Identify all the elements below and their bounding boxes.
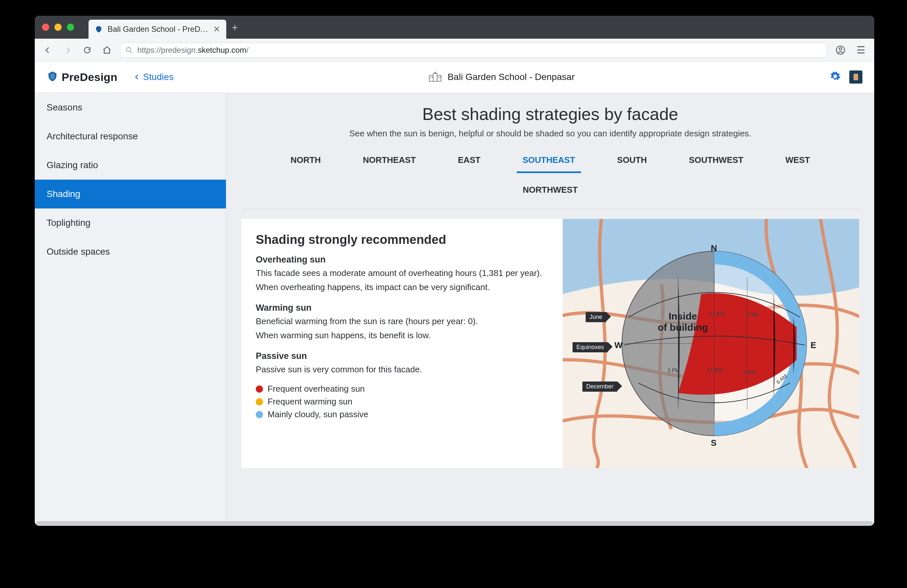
browser-toolbar: https://predesign.sketchup.com/ ☰ (35, 39, 874, 62)
page-title: Best shading strategies by facade (241, 104, 859, 124)
browser-profile-button[interactable] (833, 43, 847, 57)
tab-west[interactable]: WEST (784, 152, 811, 168)
url-suffix: / (246, 46, 248, 54)
browser-window: Bali Garden School - PreDesign ✕ ＋ https… (35, 16, 874, 526)
warming-p2: When warming sun happens, its benefit is… (256, 330, 548, 341)
new-tab-button[interactable]: ＋ (226, 16, 243, 39)
compass-e: E (811, 340, 816, 350)
tab-southwest[interactable]: SOUTHWEST (687, 152, 745, 168)
legend-row: Mainly cloudy, sun passive (256, 409, 548, 420)
svg-rect-4 (437, 75, 441, 81)
browser-tabstrip: Bali Garden School - PreDesign ✕ ＋ (35, 16, 874, 39)
tab-northeast[interactable]: NORTHEAST (361, 152, 417, 168)
overheating-title: Overheating sun (256, 255, 548, 265)
brand-name: PreDesign (62, 71, 117, 83)
tab-east[interactable]: EAST (457, 152, 482, 168)
compass-s: S (711, 438, 716, 448)
project-indicator[interactable]: Bali Garden School - Denpasar (183, 71, 820, 83)
svg-rect-7 (432, 77, 433, 78)
settings-button[interactable] (830, 71, 841, 83)
back-to-studies-link[interactable]: Studies (134, 72, 173, 82)
svg-rect-9 (440, 77, 441, 78)
overheating-p2: When overheating happens, its impact can… (256, 281, 548, 293)
window-close[interactable] (42, 24, 49, 31)
legend: Frequent overheating sun Frequent warmin… (256, 384, 548, 420)
tab-south[interactable]: SOUTH (616, 152, 648, 168)
sidebar-item-glazing-ratio[interactable]: Glazing ratio (35, 151, 226, 180)
time-12pm: 12 PM (707, 368, 722, 374)
sidebar-item-label: Glazing ratio (46, 160, 98, 170)
window-controls (35, 16, 81, 39)
sidebar-item-outside-spaces[interactable]: Outside spaces (35, 237, 226, 266)
tab-northwest[interactable]: NORTHWEST (521, 182, 579, 198)
season-label-equinoxes: Equinoxes (572, 342, 608, 352)
time-9am-upper: 9 AM (746, 312, 758, 318)
sidebar-item-seasons[interactable]: Seasons (35, 93, 226, 122)
sidebar-item-label: Seasons (46, 102, 82, 112)
svg-rect-3 (429, 75, 433, 81)
inside-line2: of building (658, 322, 708, 333)
compass-w: W (614, 340, 623, 350)
browser-menu-button[interactable]: ☰ (854, 43, 868, 57)
building-icon (429, 71, 442, 83)
warming-title: Warming sun (256, 303, 548, 313)
tab-north[interactable]: NORTH (289, 152, 322, 168)
sidebar-item-shading[interactable]: Shading (35, 180, 226, 208)
svg-point-2 (839, 48, 842, 50)
result-panels: Shading strongly recommended Overheating… (241, 219, 859, 468)
svg-rect-5 (433, 74, 437, 81)
svg-rect-8 (438, 77, 439, 78)
window-maximize[interactable] (67, 24, 74, 31)
svg-rect-6 (430, 77, 431, 78)
inside-line1: Inside (658, 311, 708, 322)
chevron-left-icon (134, 74, 140, 80)
scrollbar-thumb[interactable] (36, 521, 873, 525)
legend-swatch-icon (256, 385, 263, 393)
nav-forward-button[interactable] (61, 43, 74, 57)
url-prefix: https://predesign. (138, 46, 198, 54)
nav-back-button[interactable] (41, 43, 54, 57)
tab-southeast[interactable]: SOUTHEAST (521, 152, 577, 168)
sidebar: Seasons Architectural response Glazing r… (35, 93, 226, 526)
legend-label: Frequent overheating sun (268, 384, 365, 394)
brand[interactable]: PreDesign (46, 70, 117, 83)
overheating-p1: This facade sees a moderate amount of ov… (256, 267, 548, 279)
passive-title: Passive sun (256, 351, 548, 361)
browser-tab[interactable]: Bali Garden School - PreDesign ✕ (88, 20, 226, 39)
time-9am: 9 AM (744, 370, 755, 375)
address-bar[interactable]: https://predesign.sketchup.com/ (120, 43, 827, 58)
legend-label: Mainly cloudy, sun passive (268, 409, 368, 420)
backlink-label: Studies (143, 72, 173, 82)
sidebar-item-toplighting[interactable]: Toplighting (35, 208, 226, 237)
inside-building-label: Inside of building (658, 311, 708, 333)
sidebar-item-label: Toplighting (46, 217, 90, 228)
nav-home-button[interactable] (100, 43, 114, 57)
time-12pm-upper: 12 PM (710, 312, 725, 317)
main-content: Best shading strategies by facade See wh… (226, 93, 874, 526)
window-minimize[interactable] (54, 24, 62, 31)
time-3pm: 3 PM (668, 368, 680, 374)
page-description: See when the sun is benign, helpful or s… (241, 128, 859, 139)
legend-row: Frequent overheating sun (256, 384, 548, 394)
search-icon (126, 46, 133, 54)
brand-logo-icon (46, 70, 58, 83)
sidebar-item-architectural-response[interactable]: Architectural response (35, 122, 226, 151)
svg-point-0 (127, 47, 131, 51)
tab-title: Bali Garden School - PreDesign (107, 25, 208, 34)
compass-n: N (711, 243, 717, 253)
tab-favicon-icon (95, 25, 103, 34)
tab-close-icon[interactable]: ✕ (213, 24, 220, 34)
app-body: Seasons Architectural response Glazing r… (35, 93, 874, 526)
project-name: Bali Garden School - Denpasar (448, 72, 575, 82)
user-avatar[interactable] (849, 70, 862, 83)
passive-p1: Passive sun is very common for this faca… (256, 364, 548, 375)
season-label-june: June (586, 312, 606, 322)
legend-swatch-icon (256, 398, 263, 406)
app-header: PreDesign Studies Bali Garden School - D… (35, 62, 874, 93)
horizontal-scrollbar[interactable] (35, 521, 874, 526)
facade-tabs: NORTH NORTHEAST EAST SOUTHEAST SOUTH SOU… (241, 152, 859, 198)
nav-reload-button[interactable] (81, 43, 94, 57)
season-label-december: December (582, 382, 617, 391)
sunpath-diagram: June Equinoxes December Inside of buildi… (563, 219, 859, 468)
url-domain: sketchup.com (198, 46, 246, 54)
